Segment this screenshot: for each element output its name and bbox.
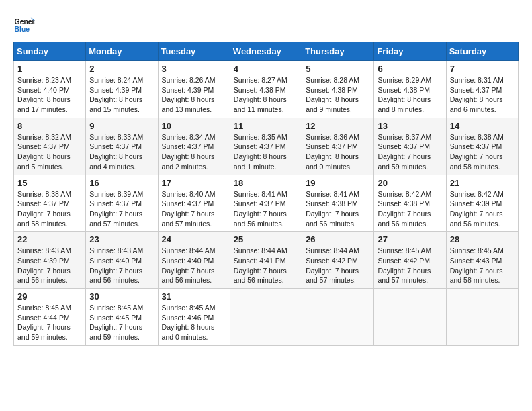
sunrise-label: Sunrise: 8:42 AM xyxy=(450,190,504,198)
day-info: Sunrise: 8:43 AM Sunset: 4:40 PM Dayligh… xyxy=(89,246,154,285)
daylight-label: Daylight: 7 hours and 59 minutes. xyxy=(89,323,142,341)
sunset-label: Sunset: 4:45 PM xyxy=(89,314,142,322)
sunset-label: Sunset: 4:40 PM xyxy=(162,257,214,265)
sunrise-label: Sunrise: 8:45 AM xyxy=(17,304,71,312)
day-info: Sunrise: 8:38 AM Sunset: 4:37 PM Dayligh… xyxy=(17,189,82,229)
day-info: Sunrise: 8:45 AM Sunset: 4:43 PM Dayligh… xyxy=(450,246,515,285)
sunrise-label: Sunrise: 8:27 AM xyxy=(234,76,287,84)
calendar-header-row: SundayMondayTuesdayWednesdayThursdayFrid… xyxy=(14,42,519,61)
sunrise-label: Sunrise: 8:44 AM xyxy=(306,246,359,255)
daylight-label: Daylight: 8 hours and 1 minute. xyxy=(234,152,287,171)
sunrise-label: Sunrise: 8:35 AM xyxy=(234,133,287,141)
day-info: Sunrise: 8:36 AM Sunset: 4:37 PM Dayligh… xyxy=(306,132,370,172)
daylight-label: Daylight: 7 hours and 59 minutes. xyxy=(378,152,431,171)
sunset-label: Sunset: 4:37 PM xyxy=(17,142,70,150)
calendar-day-cell: 23 Sunrise: 8:43 AM Sunset: 4:40 PM Dayl… xyxy=(86,232,158,289)
daylight-label: Daylight: 7 hours and 59 minutes. xyxy=(17,323,71,341)
sunrise-label: Sunrise: 8:23 AM xyxy=(17,76,71,84)
calendar-day-cell xyxy=(446,289,518,346)
sunrise-label: Sunrise: 8:34 AM xyxy=(162,133,216,141)
day-number: 5 xyxy=(306,64,370,74)
day-info: Sunrise: 8:24 AM Sunset: 4:39 PM Dayligh… xyxy=(89,75,154,115)
day-info: Sunrise: 8:23 AM Sunset: 4:40 PM Dayligh… xyxy=(17,75,82,115)
calendar-day-cell: 28 Sunrise: 8:45 AM Sunset: 4:43 PM Dayl… xyxy=(446,232,518,289)
daylight-label: Daylight: 8 hours and 4 minutes. xyxy=(89,152,142,171)
calendar-week-row: 15 Sunrise: 8:38 AM Sunset: 4:37 PM Dayl… xyxy=(14,175,519,232)
sunrise-label: Sunrise: 8:45 AM xyxy=(378,246,431,255)
daylight-label: Daylight: 7 hours and 56 minutes. xyxy=(306,210,359,228)
sunrise-label: Sunrise: 8:45 AM xyxy=(450,246,504,255)
day-number: 13 xyxy=(378,121,442,131)
day-info: Sunrise: 8:41 AM Sunset: 4:37 PM Dayligh… xyxy=(234,189,298,229)
calendar-header-cell: Monday xyxy=(86,42,158,61)
sunset-label: Sunset: 4:42 PM xyxy=(306,257,358,265)
sunrise-label: Sunrise: 8:26 AM xyxy=(162,76,216,84)
daylight-label: Daylight: 7 hours and 56 minutes. xyxy=(234,210,287,228)
day-number: 4 xyxy=(234,64,298,74)
calendar-day-cell: 31 Sunrise: 8:45 AM Sunset: 4:46 PM Dayl… xyxy=(158,289,230,346)
daylight-label: Daylight: 7 hours and 57 minutes. xyxy=(89,210,142,228)
daylight-label: Daylight: 7 hours and 58 minutes. xyxy=(450,267,503,285)
calendar-day-cell: 5 Sunrise: 8:28 AM Sunset: 4:38 PM Dayli… xyxy=(302,61,374,118)
daylight-label: Daylight: 8 hours and 6 minutes. xyxy=(450,95,503,113)
sunset-label: Sunset: 4:37 PM xyxy=(89,142,142,150)
calendar-body: 1 Sunrise: 8:23 AM Sunset: 4:40 PM Dayli… xyxy=(14,61,519,346)
daylight-label: Daylight: 7 hours and 56 minutes. xyxy=(234,267,287,285)
day-info: Sunrise: 8:45 AM Sunset: 4:42 PM Dayligh… xyxy=(378,246,442,285)
logo-icon: General Blue xyxy=(13,13,35,35)
day-info: Sunrise: 8:42 AM Sunset: 4:39 PM Dayligh… xyxy=(450,189,515,229)
day-info: Sunrise: 8:26 AM Sunset: 4:39 PM Dayligh… xyxy=(162,75,226,115)
sunset-label: Sunset: 4:41 PM xyxy=(234,257,286,265)
sunrise-label: Sunrise: 8:33 AM xyxy=(89,133,143,141)
daylight-label: Daylight: 7 hours and 56 minutes. xyxy=(450,210,503,228)
sunrise-label: Sunrise: 8:44 AM xyxy=(234,246,287,255)
daylight-label: Daylight: 7 hours and 57 minutes. xyxy=(306,267,359,285)
calendar-day-cell xyxy=(374,289,446,346)
logo: General Blue xyxy=(13,13,38,35)
day-number: 1 xyxy=(17,64,82,74)
daylight-label: Daylight: 7 hours and 56 minutes. xyxy=(378,210,431,228)
calendar-day-cell: 13 Sunrise: 8:37 AM Sunset: 4:37 PM Dayl… xyxy=(374,118,446,175)
calendar-day-cell xyxy=(230,289,302,346)
calendar-day-cell: 19 Sunrise: 8:41 AM Sunset: 4:38 PM Dayl… xyxy=(302,175,374,232)
day-number: 30 xyxy=(89,291,154,302)
sunrise-label: Sunrise: 8:39 AM xyxy=(89,190,143,198)
day-info: Sunrise: 8:44 AM Sunset: 4:42 PM Dayligh… xyxy=(306,246,370,285)
daylight-label: Daylight: 8 hours and 15 minutes. xyxy=(89,95,142,113)
calendar-header-cell: Sunday xyxy=(14,42,86,61)
calendar-week-row: 8 Sunrise: 8:32 AM Sunset: 4:37 PM Dayli… xyxy=(14,118,519,175)
sunrise-label: Sunrise: 8:38 AM xyxy=(17,190,71,198)
day-number: 2 xyxy=(89,64,154,74)
calendar-header-cell: Friday xyxy=(374,42,446,61)
sunset-label: Sunset: 4:39 PM xyxy=(162,86,214,94)
calendar-day-cell: 27 Sunrise: 8:45 AM Sunset: 4:42 PM Dayl… xyxy=(374,232,446,289)
day-number: 24 xyxy=(162,234,226,244)
calendar-day-cell: 15 Sunrise: 8:38 AM Sunset: 4:37 PM Dayl… xyxy=(14,175,86,232)
day-number: 27 xyxy=(378,234,442,244)
sunrise-label: Sunrise: 8:24 AM xyxy=(89,76,143,84)
day-info: Sunrise: 8:38 AM Sunset: 4:37 PM Dayligh… xyxy=(450,132,515,172)
daylight-label: Daylight: 8 hours and 8 minutes. xyxy=(378,95,431,113)
sunset-label: Sunset: 4:37 PM xyxy=(306,142,358,150)
day-info: Sunrise: 8:45 AM Sunset: 4:46 PM Dayligh… xyxy=(162,303,226,342)
calendar-day-cell: 21 Sunrise: 8:42 AM Sunset: 4:39 PM Dayl… xyxy=(446,175,518,232)
sunrise-label: Sunrise: 8:38 AM xyxy=(450,133,504,141)
sunrise-label: Sunrise: 8:43 AM xyxy=(89,246,143,255)
day-number: 23 xyxy=(89,234,154,244)
day-info: Sunrise: 8:43 AM Sunset: 4:39 PM Dayligh… xyxy=(17,246,82,285)
calendar-day-cell: 22 Sunrise: 8:43 AM Sunset: 4:39 PM Dayl… xyxy=(14,232,86,289)
daylight-label: Daylight: 7 hours and 58 minutes. xyxy=(17,210,71,228)
sunset-label: Sunset: 4:38 PM xyxy=(306,199,358,208)
sunset-label: Sunset: 4:39 PM xyxy=(450,199,502,208)
daylight-label: Daylight: 7 hours and 56 minutes. xyxy=(89,267,142,285)
calendar-week-row: 29 Sunrise: 8:45 AM Sunset: 4:44 PM Dayl… xyxy=(14,289,519,346)
day-info: Sunrise: 8:32 AM Sunset: 4:37 PM Dayligh… xyxy=(17,132,82,172)
day-info: Sunrise: 8:45 AM Sunset: 4:45 PM Dayligh… xyxy=(89,303,154,342)
sunset-label: Sunset: 4:39 PM xyxy=(17,257,70,265)
page-header: General Blue xyxy=(13,13,519,35)
calendar-day-cell: 20 Sunrise: 8:42 AM Sunset: 4:38 PM Dayl… xyxy=(374,175,446,232)
daylight-label: Daylight: 8 hours and 0 minutes. xyxy=(306,152,359,171)
sunset-label: Sunset: 4:38 PM xyxy=(306,86,358,94)
sunset-label: Sunset: 4:37 PM xyxy=(234,199,286,208)
calendar-day-cell: 16 Sunrise: 8:39 AM Sunset: 4:37 PM Dayl… xyxy=(86,175,158,232)
